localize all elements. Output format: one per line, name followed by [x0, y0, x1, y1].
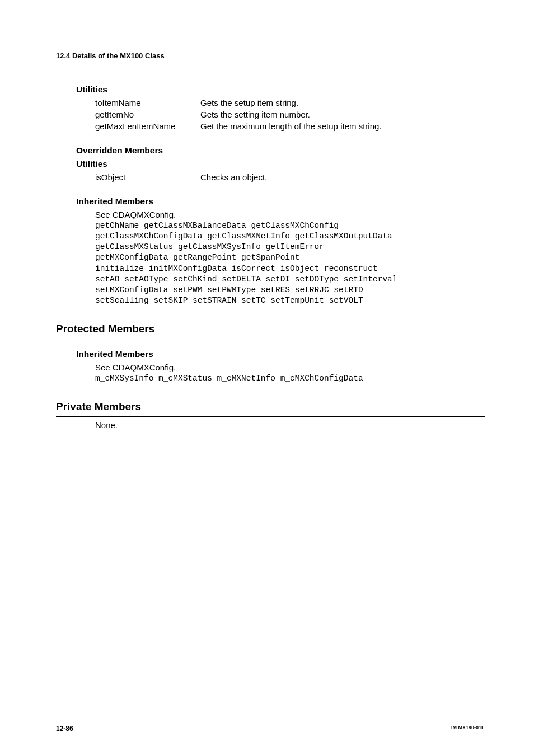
- divider: [56, 416, 485, 417]
- protected-members-heading: Protected Members: [56, 323, 485, 335]
- table-row: isObject Checks an object.: [95, 172, 485, 182]
- item-desc: Gets the setup item string.: [200, 98, 485, 107]
- private-text: None.: [95, 420, 485, 430]
- item-desc: Get the maximum length of the setup item…: [200, 121, 485, 131]
- private-members-heading: Private Members: [56, 401, 485, 413]
- inherited-heading: Inherited Members: [76, 196, 485, 206]
- see-text: See CDAQMXConfig.: [95, 210, 485, 219]
- item-name: getItemNo: [95, 110, 200, 119]
- code-block: getChName getClassMXBalanceData getClass…: [95, 220, 485, 306]
- overridden-utilities-heading: Utilities: [76, 159, 485, 169]
- code-block: m_cMXSysInfo m_cMXStatus m_cMXNetInfo m_…: [95, 373, 485, 384]
- item-name: getMaxLenItemName: [95, 121, 200, 131]
- item-name: isObject: [95, 172, 200, 182]
- protected-inherited-heading: Inherited Members: [76, 349, 485, 359]
- table-row: getItemNo Gets the setting item number.: [95, 110, 485, 119]
- see-text: See CDAQMXConfig.: [95, 363, 485, 372]
- footer-divider: [56, 721, 485, 721]
- item-name: toItemName: [95, 98, 200, 107]
- item-desc: Checks an object.: [200, 172, 485, 182]
- utilities-heading: Utilities: [76, 84, 485, 95]
- section-header: 12.4 Details of the MX100 Class: [56, 51, 485, 60]
- divider: [56, 339, 485, 339]
- doc-id: IM MX190-01E: [451, 725, 485, 732]
- item-desc: Gets the setting item number.: [200, 110, 485, 119]
- overridden-heading: Overridden Members: [76, 145, 485, 156]
- table-row: toItemName Gets the setup item string.: [95, 98, 485, 107]
- page-footer: 12-86 IM MX190-01E: [56, 721, 485, 732]
- table-row: getMaxLenItemName Get the maximum length…: [95, 121, 485, 131]
- page-number: 12-86: [56, 725, 73, 732]
